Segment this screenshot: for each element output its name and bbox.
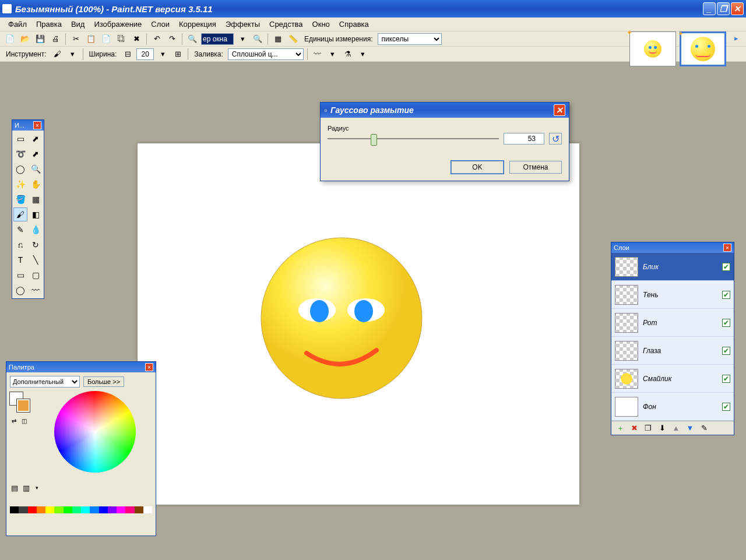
clone-stamp-tool[interactable]: ⎌ [13, 238, 27, 252]
palette-more-button[interactable]: Больше >> [83, 376, 124, 387]
palette-color[interactable] [19, 506, 27, 513]
layer-row[interactable]: Смайлик✔ [611, 365, 734, 393]
color-swatches[interactable] [10, 392, 31, 413]
palette-color[interactable] [72, 506, 81, 513]
color-picker-tool[interactable]: 💧 [29, 223, 43, 237]
dialog-close-button[interactable]: ✕ [554, 104, 565, 116]
gradient-tool[interactable]: ▦ [29, 192, 43, 206]
radius-slider[interactable] [328, 133, 499, 145]
lasso-tool[interactable]: ➰ [13, 147, 27, 161]
palette-color[interactable] [108, 506, 117, 513]
zoom-dropdown[interactable]: ▾ [236, 33, 249, 45]
new-button[interactable]: 📄 [3, 33, 16, 45]
ellipse-select-tool[interactable]: ◯ [13, 162, 27, 176]
color-wheel[interactable] [54, 391, 136, 473]
print-button[interactable]: 🖨 [49, 33, 62, 45]
width-increase[interactable]: ⊞ [171, 48, 184, 61]
ruler-button[interactable]: 📏 [287, 33, 300, 45]
layer-visible-checkbox[interactable]: ✔ [722, 347, 730, 355]
eraser-tool[interactable]: ◧ [29, 207, 43, 221]
layer-add-button[interactable]: ＋ [615, 423, 625, 434]
antialias-button[interactable]: 〰 [311, 48, 324, 61]
blend-button[interactable]: ⚗ [342, 48, 354, 61]
layer-duplicate-button[interactable]: ❐ [643, 423, 653, 434]
layer-visible-checkbox[interactable]: ✔ [722, 375, 730, 383]
zoom-in-icon[interactable]: 🔍 [251, 33, 264, 45]
text-tool[interactable]: T [13, 253, 27, 267]
tools-close-icon[interactable]: × [33, 121, 41, 129]
menu-image[interactable]: Изображение [89, 18, 146, 30]
image-thumb-2[interactable]: ✦ [680, 31, 726, 66]
layer-merge-button[interactable]: ⬇ [657, 423, 667, 434]
layer-visible-checkbox[interactable]: ✔ [722, 403, 730, 411]
palette-color[interactable] [81, 506, 90, 513]
width-input[interactable] [136, 48, 154, 60]
palette-strip[interactable] [10, 506, 152, 513]
palette-menu-icon[interactable]: ▾ [33, 483, 40, 492]
layer-row[interactable]: Рот✔ [611, 309, 734, 337]
thumb-menu-icon[interactable]: ▸ [730, 31, 743, 44]
copy-button[interactable]: 📋 [85, 33, 97, 45]
pan-tool[interactable]: ✋ [29, 177, 43, 191]
maximize-button[interactable]: ❐ [717, 2, 730, 15]
menu-file[interactable]: Файл [3, 18, 31, 30]
menu-adjust[interactable]: Коррекция [174, 18, 221, 30]
ok-button[interactable]: OK [451, 161, 504, 174]
rounded-rect-tool[interactable]: ▢ [29, 268, 43, 282]
antialias-dropdown[interactable]: ▾ [326, 48, 339, 61]
menu-effects[interactable]: Эффекты [221, 18, 265, 30]
minimize-button[interactable]: _ [703, 2, 716, 15]
menu-window[interactable]: Окно [308, 18, 335, 30]
layer-visible-checkbox[interactable]: ✔ [722, 319, 730, 327]
palette-color[interactable] [99, 506, 108, 513]
tool-dropdown[interactable]: ▾ [66, 48, 79, 61]
pencil-tool[interactable]: ✎ [13, 223, 27, 237]
cancel-button[interactable]: Отмена [509, 161, 562, 174]
palette-color[interactable] [90, 506, 98, 513]
image-thumb-1[interactable]: ✦ [629, 31, 676, 66]
save-button[interactable]: 💾 [34, 33, 47, 45]
layer-down-button[interactable]: ▼ [685, 423, 695, 434]
brush-tool[interactable]: 🖌 [13, 207, 27, 221]
canvas[interactable] [138, 143, 579, 505]
move-selected-tool[interactable]: ⬈ [29, 132, 43, 146]
cut-button[interactable]: ✂ [69, 33, 82, 45]
palette-manage-icon[interactable]: ▥ [22, 483, 31, 492]
palette-add-icon[interactable]: ▤ [10, 483, 19, 492]
palette-color[interactable] [37, 506, 45, 513]
palette-color[interactable] [28, 506, 37, 513]
reset-colors-icon[interactable]: ◫ [20, 417, 28, 425]
grid-button[interactable]: ▦ [272, 33, 284, 45]
active-tool-icon[interactable]: 🖌 [51, 48, 64, 61]
palette-color[interactable] [117, 506, 125, 513]
line-tool[interactable]: ╲ [29, 253, 43, 267]
deselect-button[interactable]: ✖ [130, 33, 143, 45]
palette-mode-select[interactable]: Дополнительный [10, 376, 80, 388]
radius-reset-button[interactable]: ↺ [549, 133, 562, 145]
paint-bucket-tool[interactable]: 🪣 [13, 192, 27, 206]
layer-row[interactable]: Глаза✔ [611, 337, 734, 365]
crop-button[interactable]: ⿻ [115, 33, 128, 45]
recolor-tool[interactable]: ↻ [29, 238, 43, 252]
menu-utilities[interactable]: Средства [265, 18, 308, 30]
paste-button[interactable]: 📄 [100, 33, 112, 45]
secondary-color[interactable] [17, 399, 30, 412]
zoom-out-icon[interactable]: 🔍 [186, 33, 199, 45]
layer-visible-checkbox[interactable]: ✔ [722, 291, 730, 299]
menu-view[interactable]: Вид [66, 18, 90, 30]
layer-row[interactable]: Тень✔ [611, 281, 734, 309]
menu-help[interactable]: Справка [335, 18, 374, 30]
layer-row[interactable]: Блик✔ [611, 253, 734, 281]
zoom-tool[interactable]: 🔍 [29, 162, 43, 176]
freeform-tool[interactable]: 〰 [29, 283, 43, 297]
palette-color[interactable] [64, 506, 72, 513]
palette-color[interactable] [135, 506, 143, 513]
layer-delete-button[interactable]: ✖ [629, 423, 639, 434]
palette-color[interactable] [45, 506, 54, 513]
layer-up-button[interactable]: ▲ [671, 423, 681, 434]
menu-edit[interactable]: Правка [31, 18, 66, 30]
swap-colors-icon[interactable]: ⇄ [10, 417, 18, 425]
radius-input[interactable] [504, 133, 544, 145]
open-button[interactable]: 📂 [19, 33, 31, 45]
redo-button[interactable]: ↷ [166, 33, 178, 45]
